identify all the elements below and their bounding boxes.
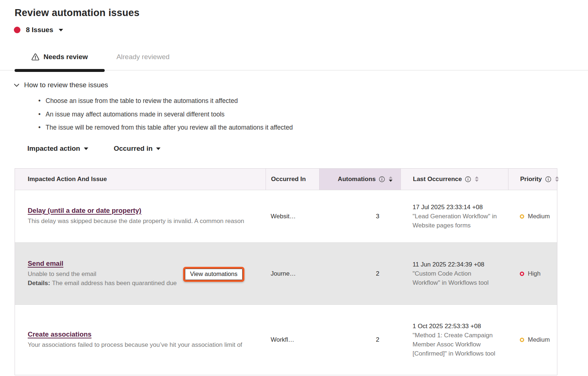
- chevron-down-icon: [59, 29, 63, 31]
- column-header-label: Automations: [338, 176, 376, 183]
- filter-impacted-action-label: Impacted action: [27, 145, 80, 153]
- table-row: Delay (until a date or date property) Th…: [15, 190, 557, 242]
- filter-occurred-in-label: Occurred in: [114, 145, 153, 153]
- review-automation-issues-page: Review automation issues 8 Issues Needs …: [0, 0, 588, 376]
- automations-count: 2: [376, 336, 379, 344]
- howto-bullet-list: Choose an issue from the table to review…: [38, 97, 293, 137]
- howto-collapse-toggle[interactable]: How to review these issues: [14, 81, 108, 89]
- automations-cell: 2: [319, 305, 401, 375]
- automations-count: 3: [376, 213, 379, 220]
- column-header-impacted-action: Impacted Action And Issue: [15, 169, 266, 190]
- priority-label: Medium: [528, 336, 550, 344]
- chevron-down-icon: [156, 147, 160, 150]
- filter-occurred-in[interactable]: Occurred in: [114, 145, 161, 153]
- last-occurrence-detail: "Method 1: Create Campaign Member Assoc …: [413, 331, 498, 358]
- last-occurrence-cell: 11 Jun 2025 22:34:39 +08 "Custom Code Ac…: [401, 243, 508, 304]
- issue-description: Unable to send the email: [28, 270, 96, 279]
- info-icon[interactable]: [379, 176, 385, 183]
- click-highlight-annotation: View automations: [183, 267, 244, 282]
- table-header-row: Impacted Action And Issue Occurred In Au…: [15, 169, 557, 190]
- howto-bullet: Choose an issue from the table to review…: [38, 97, 293, 105]
- details-text: The email address has been quarantined d…: [52, 280, 177, 287]
- column-header-last-occurrence[interactable]: Last Occurrence: [401, 169, 508, 190]
- column-header-label: Impacted Action And Issue: [28, 176, 107, 183]
- howto-bullet: An issue may affect automations made in …: [38, 111, 293, 118]
- column-header-occurred-in: Occurred In: [266, 169, 319, 190]
- issue-description: Your associations failed to process beca…: [28, 341, 242, 350]
- occurred-in-value: Websit…: [271, 213, 296, 220]
- tab-needs-review[interactable]: Needs review: [15, 47, 105, 67]
- issue-link[interactable]: Delay (until a date or date property): [28, 207, 141, 215]
- priority-label: High: [528, 270, 541, 277]
- occurred-in-cell: Workfl…: [266, 305, 319, 375]
- impacted-action-cell: Delay (until a date or date property) Th…: [15, 190, 266, 242]
- occurred-in-value: Journe…: [271, 270, 296, 277]
- info-icon[interactable]: [465, 176, 471, 183]
- issue-details: Details:The email address has been quara…: [28, 279, 177, 288]
- sort-toggle[interactable]: [555, 176, 559, 182]
- priority-cell: Medium: [508, 305, 557, 375]
- table-row: Create associations Your associations fa…: [15, 304, 557, 375]
- column-header-priority[interactable]: Priority: [508, 169, 557, 190]
- view-automations-button[interactable]: View automations: [185, 269, 243, 280]
- sort-toggle[interactable]: [389, 176, 392, 182]
- issues-count-label: 8 Issues: [26, 26, 53, 34]
- last-occurrence-time: 1 Oct 2025 22:53:33 +08: [413, 322, 481, 331]
- occurred-in-value: Workfl…: [271, 336, 294, 344]
- occurred-in-cell: Websit…: [266, 190, 319, 242]
- tab-already-reviewed[interactable]: Already reviewed: [105, 47, 181, 67]
- last-occurrence-detail: "Lead Generation Workflow" in Website pa…: [413, 212, 498, 230]
- issue-description: This delay was skipped because the date …: [28, 217, 244, 226]
- page-title: Review automation issues: [15, 7, 139, 19]
- issue-link[interactable]: Create associations: [28, 330, 92, 338]
- impacted-action-cell: Create associations Your associations fa…: [15, 305, 266, 375]
- last-occurrence-detail: "Custom Code Action Workflow" in Workflo…: [413, 269, 498, 287]
- info-icon[interactable]: [545, 176, 552, 183]
- automations-cell: 3: [319, 190, 401, 242]
- automations-count: 2: [376, 270, 379, 277]
- automations-cell: 2: [319, 243, 401, 304]
- chevron-down-icon: [84, 147, 88, 150]
- sort-toggle[interactable]: [475, 176, 479, 182]
- filter-impacted-action[interactable]: Impacted action: [27, 145, 88, 153]
- last-occurrence-cell: 1 Oct 2025 22:53:33 +08 "Method 1: Creat…: [401, 305, 508, 375]
- impacted-action-cell: Send email Unable to send the email Deta…: [15, 243, 266, 304]
- column-header-automations[interactable]: Automations: [319, 169, 401, 190]
- last-occurrence-time: 11 Jun 2025 22:34:39 +08: [413, 260, 484, 269]
- tab-already-reviewed-label: Already reviewed: [116, 53, 170, 61]
- column-header-label: Priority: [520, 176, 542, 183]
- priority-cell: Medium: [508, 190, 557, 242]
- details-label: Details:: [28, 280, 50, 287]
- issues-count-dropdown[interactable]: 8 Issues: [14, 26, 63, 34]
- chevron-down-icon: [14, 84, 19, 87]
- priority-medium-icon: [520, 338, 524, 342]
- occurred-in-cell: Journe…: [266, 243, 319, 304]
- warning-triangle-icon: [31, 53, 39, 61]
- column-header-label: Last Occurrence: [413, 176, 462, 183]
- issues-table: Impacted Action And Issue Occurred In Au…: [15, 168, 557, 375]
- issue-link[interactable]: Send email: [28, 260, 63, 268]
- tab-needs-review-label: Needs review: [43, 53, 88, 61]
- issue-status-dot: [14, 27, 20, 33]
- tab-bar: Needs review Already reviewed: [0, 47, 181, 67]
- priority-medium-icon: [520, 214, 524, 219]
- howto-title: How to review these issues: [24, 81, 108, 89]
- priority-label: Medium: [528, 213, 550, 220]
- tab-underline: [0, 69, 588, 73]
- table-row: Send email Unable to send the email Deta…: [15, 242, 557, 304]
- last-occurrence-cell: 17 Jul 2025 23:33:14 +08 "Lead Generatio…: [401, 190, 508, 242]
- column-header-label: Occurred In: [271, 176, 306, 183]
- filter-bar: Impacted action Occurred in: [27, 145, 160, 153]
- priority-high-icon: [520, 272, 524, 276]
- active-tab-indicator: [15, 69, 105, 72]
- priority-cell: High: [508, 243, 557, 304]
- howto-bullet: The issue will be removed from this tabl…: [38, 124, 293, 131]
- last-occurrence-time: 17 Jul 2025 23:33:14 +08: [413, 203, 483, 212]
